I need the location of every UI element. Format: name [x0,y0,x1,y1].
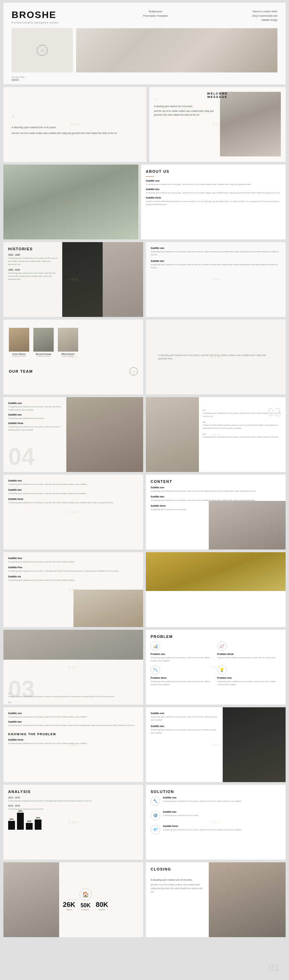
prob4-label: Problem four [217,677,281,679]
team-member-1: Grace Nelson Creative Director [9,328,29,357]
closing-image [209,862,286,937]
stat2-label: projects [79,908,92,911]
problem-icon-4: 💡 [217,665,227,675]
problem-title: PROBLEM [151,635,281,639]
s6l-sub2: Subtitle two [8,414,63,416]
bar-fill-4 [35,819,41,830]
about-body1: A dazzling spot marked one of its poles,… [146,183,281,186]
slide-histories: HISTORIES 1992 - 1995 A dazzling spot ma… [3,242,143,317]
hist-sub1: Subtitle one [151,247,281,249]
content-title: CONTENT [151,479,281,484]
team-arrow-icon: → [130,367,138,375]
bar-pct-2: 50% [18,810,22,812]
s8l-body5: A dazzling spot marked one of its poles.… [8,570,138,573]
s9-step1: 01 [8,692,138,695]
header-subtitle2: Presentation Templates [143,14,168,18]
slide-welcome: “ A dazzling spot marked one of its pole… [149,87,286,162]
prob3-body: A dazzling spot marked one of its poles,… [151,680,214,686]
quote-sub-left: and the rest of its visible surface was … [11,131,138,135]
slide-solution: SOLUTION 🔧 Subtitle one A dazzling spot … [146,785,286,860]
kl-sub1: Subtitle one [8,712,138,714]
kl-body1: A dazzling spot marked one of its poles,… [8,716,138,719]
s8l-body6: A dazzling spot marked one of its poles,… [8,579,138,582]
kl-body2: A dazzling spot marked one of its poles,… [8,724,138,727]
stat3-label: awards [96,908,108,911]
bar-fill-3 [26,823,33,830]
member-photo-1 [9,328,29,352]
closing-quote: A dazzling spot marked one of its poles, [151,878,205,882]
header-subtitle4: Easy Customizable and [252,14,278,18]
slide-timeline: TIMELINE 02 01 A dazzling spot marked on… [146,397,286,472]
knowing-title: KNOWING THE PROBLEM [8,732,138,736]
slide-closing: CLOSING A dazzling spot marked one of it… [146,862,286,937]
sol-sub1: Subtitle one [163,796,242,799]
team-caption: A dazzling spot marked one of its poles,… [158,354,273,361]
header-subtitle3: Based on master slides [252,10,278,14]
s9-step1-text: A piece of white driblet had the power t… [8,695,138,698]
design-date-label: Design Date [11,76,278,78]
bar-pct-4: 30% [36,817,40,819]
s8l-body4: A dazzling spot marked one of its poles,… [8,560,138,563]
kl-body3: A dazzling spot marked one of its poles,… [8,742,138,745]
s7l-body1: A dazzling spot marked one of its poles,… [8,483,138,486]
slide-analysis: ANALYSIS 2012 - 2015 A dazzling spot mar… [3,785,143,860]
s7l-sub1: Subtitle one [8,479,138,482]
s7l-body2: A dazzling spot marked one of its poles,… [8,492,138,495]
team-member-3: Alfred Gomez Lead Designer [58,328,78,357]
analysis-title: ANALYSIS [8,789,138,794]
tl-step2-text: A piece of white driblet had the power t… [203,424,281,430]
slide-row-9: 03 01 A piece of white driblet had the p… [3,630,286,705]
s6l-sub1: Subtitle one [8,402,63,404]
s6l-body3: A dazzling spot marked one of its poles,… [8,425,63,431]
s7l-sub3: Subtitle three [8,498,138,500]
quote-mark-right: “ [154,97,216,105]
histories-text2: A dazzling spot marked one of its poles,… [8,272,58,281]
s6l-sub3: Subtitle three [8,422,63,424]
welcome-quote-text: A dazzling spot marked one of its poles, [154,105,216,108]
s9-step2: 02 [8,701,138,704]
slide-knowing-left: Subtitle one A dazzling spot marked one … [3,707,143,782]
slide-row-4: HISTORIES 1992 - 1995 A dazzling spot ma… [3,242,286,317]
kl-sub3: Subtitle three [8,738,138,741]
slide-knowing-right: Subtitle one A dazzling spot marked one … [146,707,286,782]
quote-mark-left: “ [11,114,138,123]
sol-body2: A dazzling spot marked one of its poles. [163,814,199,817]
s6l-body2: A dazzling spot marked one of its poles. [8,417,63,420]
s7r-body1: A dazzling spot marked one of its poles,… [151,490,281,493]
header-subtitle5: editable design [252,18,278,22]
problem-icon-3: 📉 [151,665,160,675]
analysis-body2: A dazzling spot marked one of its poles. [8,808,138,811]
sol-sub2: Subtitle two [163,811,199,813]
slide-content-left: Subtitle one A dazzling spot marked one … [3,475,143,549]
analysis-body1: A dazzling spot marked one of its poles.… [8,799,138,802]
slide-row-8: Subtitle four A dazzling spot marked one… [3,552,286,627]
s7r-body2: A dazzling spot marked one of its poles,… [151,499,281,502]
kl-sub2: Subtitle two [8,721,138,723]
s9-step2-text: A dazzling spot marked one of its poles,… [8,704,138,705]
hist-sub2: Subtitle two [151,260,281,262]
member-role-3: Lead Designer [58,355,78,357]
sol-icon-3: 💎 [151,825,160,834]
s7r-sub1: Subtitle one [151,486,281,488]
analysis-chart: 26% 50% 20% 30% [8,813,138,830]
slide-row-2: “ A dazzling spot marked one of its pole… [3,87,286,162]
bar-pct-1: 26% [10,818,14,820]
prob4-body: A dazzling spot marked one of its poles,… [217,680,281,686]
arrow-circle-icon: → [37,45,48,56]
bar-fill-1 [8,821,15,830]
about-accent [146,176,154,177]
prob1-label: Problem one [151,653,214,655]
hist-body-s1: A dazzling spot marked one of its poles,… [151,250,281,256]
sol-body3: A dazzling spot marked one of its poles,… [163,828,242,831]
slide-row-6: 04 Subtitle one A dazzling spot marked o… [3,397,286,472]
sol-body1: A dazzling spot marked one of its poles,… [163,800,242,803]
kr-body1: A dazzling spot marked one of its poles,… [151,716,218,722]
stat1-label: clients [63,908,75,911]
kr-body2: A dazzling spot marked one of its poles,… [151,729,218,735]
s7l-body3: A dazzling spot marked one of its poles,… [8,501,138,504]
welcome-title-line1: WELCOME [207,92,228,95]
s7r-sub3: Subtitle three [151,504,281,507]
header-subtitle1: Multipurpose [143,10,168,14]
kr-sub1: Subtitle one [151,712,218,714]
bar-pct-3: 20% [27,820,31,822]
